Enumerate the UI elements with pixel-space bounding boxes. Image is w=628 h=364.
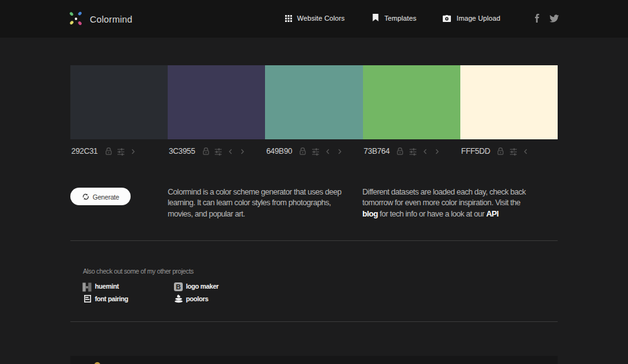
svg-text:B: B — [176, 283, 181, 291]
